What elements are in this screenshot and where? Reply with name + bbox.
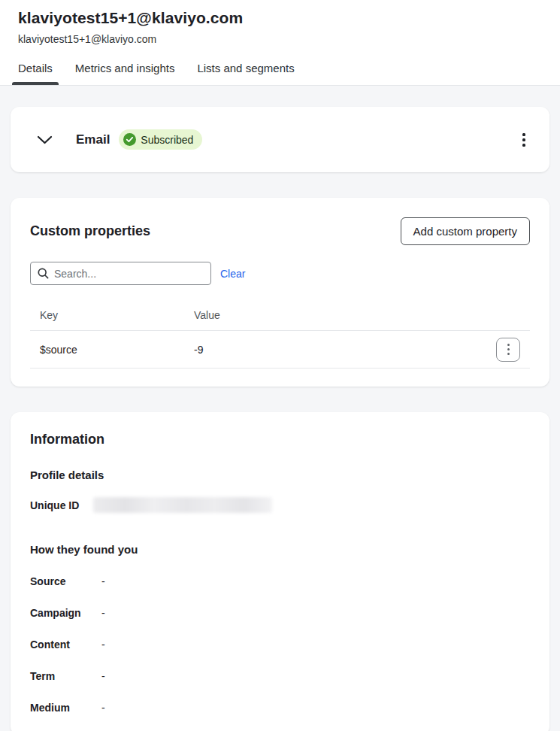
check-circle-icon xyxy=(123,133,136,146)
email-channel-card: Email Subscribed xyxy=(11,107,549,172)
how-they-found-you-section: How they found you Source - Campaign - C… xyxy=(30,543,530,714)
property-row-menu-button[interactable] xyxy=(496,338,520,362)
column-header-value: Value xyxy=(194,309,530,321)
clear-search-link[interactable]: Clear xyxy=(220,268,245,280)
chevron-down-icon xyxy=(37,135,53,144)
property-key: $source xyxy=(30,344,194,356)
tab-bar: Details Metrics and insights Lists and s… xyxy=(18,62,542,85)
kebab-menu-icon xyxy=(507,344,510,355)
search-input[interactable] xyxy=(54,268,204,280)
campaign-value: - xyxy=(101,607,105,619)
table-row: $source -9 xyxy=(30,331,530,369)
add-custom-property-button[interactable]: Add custom property xyxy=(401,217,530,245)
page-title: klaviyotest15+1@klaviyo.com xyxy=(18,9,542,27)
how-they-found-you-heading: How they found you xyxy=(30,543,530,556)
table-header-row: Key Value xyxy=(30,303,530,331)
content-value: - xyxy=(101,638,105,651)
search-icon xyxy=(38,268,49,279)
content-label: Content xyxy=(30,638,101,651)
profile-details-section: Profile details Unique ID xyxy=(30,469,530,513)
page-subtitle: klaviyotest15+1@klaviyo.com xyxy=(18,33,542,45)
status-badge: Subscribed xyxy=(119,129,202,150)
tab-details[interactable]: Details xyxy=(18,62,53,85)
campaign-label: Campaign xyxy=(30,607,101,619)
custom-properties-title: Custom properties xyxy=(30,223,150,239)
unique-id-redacted-value xyxy=(93,497,272,513)
page-content: Email Subscribed Custom properties Add c… xyxy=(0,86,560,731)
unique-id-label: Unique ID xyxy=(30,499,93,511)
channel-title: Email xyxy=(76,132,110,147)
custom-properties-card: Custom properties Add custom property Cl… xyxy=(11,198,549,387)
medium-value: - xyxy=(101,702,105,714)
property-value: -9 xyxy=(194,344,496,356)
source-value: - xyxy=(101,575,105,587)
term-label: Term xyxy=(30,670,101,682)
custom-properties-table: Key Value $source -9 xyxy=(30,303,530,369)
tab-lists-and-segments[interactable]: Lists and segments xyxy=(197,62,294,85)
profile-details-heading: Profile details xyxy=(30,469,530,481)
term-value: - xyxy=(101,670,105,682)
column-header-key: Key xyxy=(30,309,194,321)
medium-label: Medium xyxy=(30,702,101,714)
email-card-menu-button[interactable] xyxy=(516,129,531,151)
expand-email-section-button[interactable] xyxy=(32,127,57,153)
information-title: Information xyxy=(30,432,530,447)
kebab-menu-icon xyxy=(522,133,525,147)
search-box xyxy=(30,262,211,285)
status-badge-label: Subscribed xyxy=(141,134,193,146)
source-label: Source xyxy=(30,575,101,587)
page-header: klaviyotest15+1@klaviyo.com klaviyotest1… xyxy=(0,0,560,86)
tab-metrics-and-insights[interactable]: Metrics and insights xyxy=(75,62,175,85)
information-card: Information Profile details Unique ID Ho… xyxy=(11,412,549,731)
